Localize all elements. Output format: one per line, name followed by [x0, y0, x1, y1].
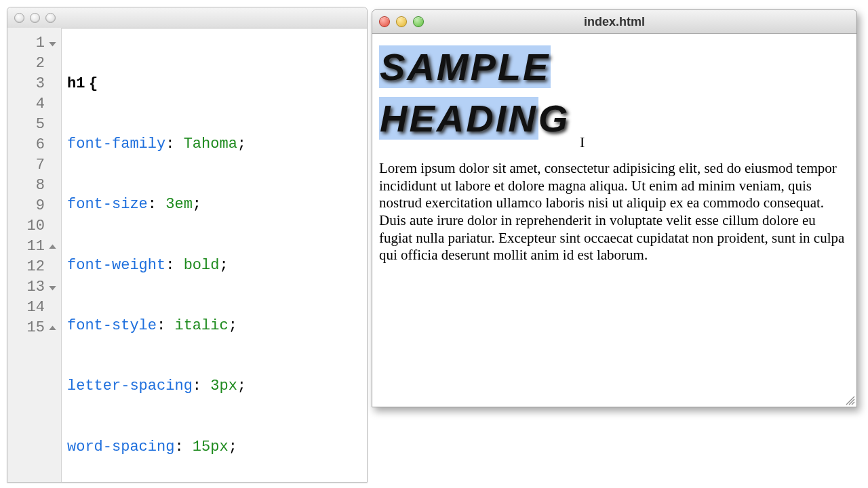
code-value: bold — [184, 256, 220, 276]
browser-preview-window: index.html SAMPLE HEADING I Lorem ipsum … — [372, 9, 857, 407]
fold-close-icon[interactable] — [47, 323, 57, 333]
rendered-h1-text: HEADIN — [379, 97, 538, 140]
code-value: 3em — [165, 195, 193, 215]
line-number: 1 — [7, 33, 47, 54]
fold-close-icon[interactable] — [47, 242, 57, 251]
line-number: 15 — [7, 318, 47, 338]
code-area[interactable]: h1 { font-family: Tahoma; font-size: 3em… — [62, 28, 367, 482]
line-number: 3 — [7, 74, 47, 94]
code-property: letter-spacing — [67, 376, 193, 396]
line-number: 10 — [7, 216, 47, 237]
code-property: font-weight — [67, 256, 165, 276]
code-selector: h1 — [67, 74, 85, 94]
line-number: 8 — [7, 176, 47, 196]
editor-gutter: 1 2 3 4 5 6 7 8 9 10 11 12 13 14 15 — [7, 28, 62, 482]
rendered-h1[interactable]: SAMPLE HEADING — [379, 41, 850, 144]
editor-body: 1 2 3 4 5 6 7 8 9 10 11 12 13 14 15 h1 {… — [7, 28, 367, 482]
window-close-button[interactable] — [379, 16, 390, 27]
line-number: 4 — [7, 94, 47, 115]
code-brace: { — [89, 74, 98, 94]
window-minimize-button[interactable] — [396, 16, 407, 27]
line-number: 7 — [7, 155, 47, 176]
line-number: 6 — [7, 135, 47, 155]
preview-titlebar[interactable]: index.html — [372, 10, 856, 34]
editor-zoom-button[interactable] — [45, 13, 56, 23]
fold-open-icon[interactable] — [47, 283, 57, 292]
rendered-h1-text: G — [538, 97, 570, 140]
text-cursor-icon: I — [580, 134, 585, 151]
line-number: 5 — [7, 115, 47, 135]
code-property: font-size — [67, 195, 148, 215]
fold-open-icon[interactable] — [47, 39, 57, 48]
window-resize-grip[interactable] — [844, 394, 855, 405]
rendered-h1-text: SAMPLE — [379, 45, 551, 88]
editor-close-button[interactable] — [14, 13, 24, 23]
editor-traffic-lights[interactable] — [14, 13, 56, 23]
window-zoom-button[interactable] — [413, 16, 424, 27]
preview-traffic-lights[interactable] — [379, 16, 424, 27]
code-value: italic — [174, 316, 228, 336]
code-editor-window: 1 2 3 4 5 6 7 8 9 10 11 12 13 14 15 h1 {… — [7, 7, 368, 483]
line-number: 9 — [7, 196, 47, 216]
line-number: 13 — [7, 277, 47, 298]
svg-line-1 — [849, 399, 854, 405]
code-value: 15px — [193, 437, 229, 458]
line-number: 14 — [7, 298, 47, 318]
code-property: font-style — [67, 316, 157, 336]
preview-viewport[interactable]: SAMPLE HEADING I Lorem ipsum dolor sit a… — [372, 33, 856, 407]
code-value: Tahoma — [184, 134, 237, 155]
code-value: 3px — [210, 376, 237, 396]
window-title: index.html — [372, 15, 856, 29]
code-property: word-spacing — [67, 437, 174, 458]
rendered-paragraph[interactable]: Lorem ipsum dolor sit amet, consectetur … — [379, 160, 850, 264]
code-property: font-family — [67, 134, 165, 155]
line-number: 2 — [7, 54, 47, 74]
editor-minimize-button[interactable] — [30, 13, 40, 23]
line-number: 11 — [7, 237, 47, 257]
svg-line-2 — [852, 402, 854, 405]
line-number: 12 — [7, 257, 47, 277]
editor-titlebar[interactable] — [7, 7, 367, 28]
